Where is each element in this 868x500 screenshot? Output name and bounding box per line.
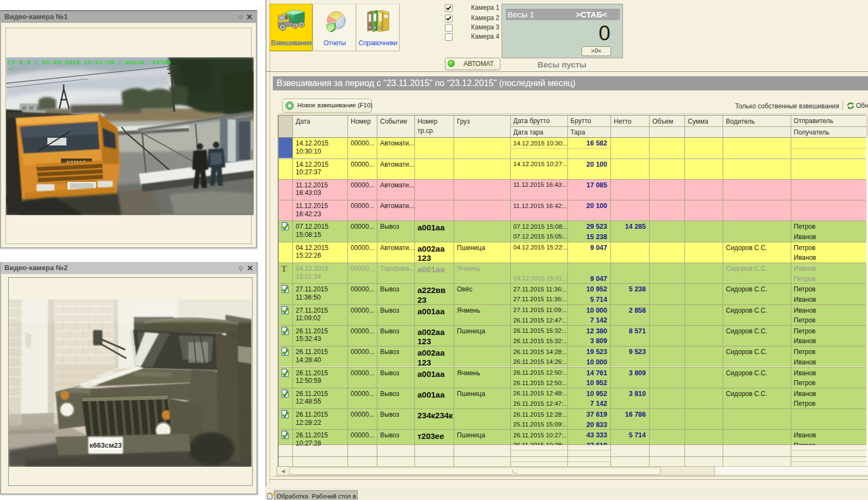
svg-text:Г= 5,9 | 24.09.2013 15:31:49 |: Г= 5,9 | 24.09.2013 15:31:49 | масса: 29… <box>8 59 171 66</box>
